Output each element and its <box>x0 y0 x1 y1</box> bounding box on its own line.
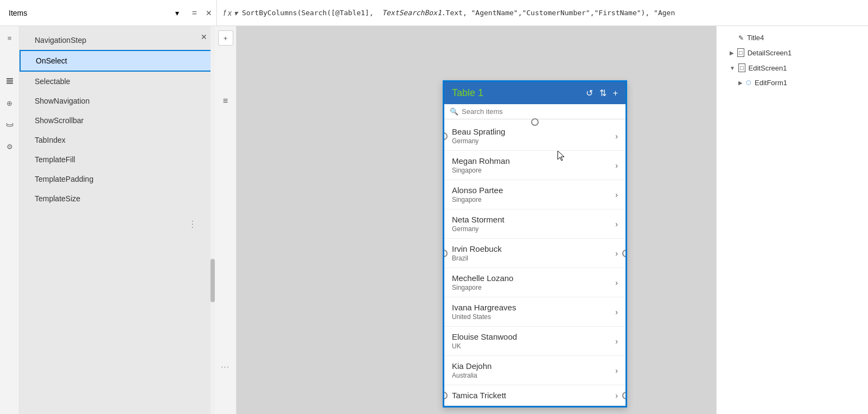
property-item-on-select[interactable]: OnSelect <box>20 50 215 72</box>
resize-circle-left-0 <box>444 132 448 140</box>
list-item-content-8: Kia Dejohn Australia <box>452 361 492 379</box>
list-item-country-8: Australia <box>452 372 492 379</box>
left-icon-strip: ≡ ⊕ ⚙ <box>0 26 20 414</box>
list-item-country-7: UK <box>452 342 517 350</box>
list-item-1[interactable]: Megan Rohman Singapore › <box>444 151 626 180</box>
list-item-country-5: Singapore <box>452 284 513 291</box>
list-item-content-3: Neta Storment Germany <box>452 215 505 233</box>
edit-icon: ✎ <box>738 34 744 42</box>
tree-item-edit-screen[interactable]: ▼ □ EditScreen1 <box>717 60 868 75</box>
property-item-tab-index[interactable]: TabIndex <box>20 130 215 150</box>
screen-rect-icon2: □ <box>738 63 745 72</box>
list-item-name-7: Elouise Stanwood <box>452 332 517 341</box>
layers-icon[interactable] <box>2 74 17 89</box>
tree-item-label-title4: Title4 <box>747 34 764 42</box>
list-item-name-2: Alonso Partee <box>452 186 503 195</box>
list-item-name-9: Tamica Trickett <box>452 391 506 400</box>
list-item-9[interactable]: Tamica Trickett › <box>444 385 626 406</box>
property-item-template-size[interactable]: TemplateSize <box>20 189 215 208</box>
list-item-country-0: Germany <box>452 137 505 145</box>
list-item-7[interactable]: Elouise Stanwood UK › <box>444 327 626 356</box>
tree-item-label-form: EditForm1 <box>755 79 787 87</box>
list-item-content-7: Elouise Stanwood UK <box>452 332 517 350</box>
canvas-area[interactable]: Table 1 ↺ ⇅ + 🔍 Bea <box>237 26 716 414</box>
list-item-arrow-4: › <box>615 249 618 258</box>
form-icon: ⬡ <box>746 79 751 86</box>
list-item-country-4: Brazil <box>452 254 502 262</box>
menu-icon[interactable]: ≡ <box>2 30 17 46</box>
close-formula-icon[interactable]: ✕ <box>206 9 212 17</box>
add-item-icon[interactable]: + <box>613 88 618 98</box>
list-item-4[interactable]: Irvin Roebuck Brazil › <box>444 239 626 268</box>
list-item-8[interactable]: Kia Dejohn Australia › <box>444 356 626 385</box>
list-item-arrow-2: › <box>615 190 618 199</box>
tree-item-edit-form[interactable]: ▶ ⬡ EditForm1 <box>717 75 868 90</box>
formula-input[interactable]: SortByColumns(Search([@Table1], TextSear… <box>242 9 861 17</box>
scrollbar-thumb[interactable] <box>210 259 215 302</box>
x-label: x <box>228 9 232 17</box>
property-item-show-scrollbar[interactable]: ShowScrollbar <box>20 111 215 130</box>
data-icon[interactable] <box>2 117 17 132</box>
fx-label: f <box>224 9 226 17</box>
equals-icon: = <box>188 8 201 18</box>
properties-panel: ✕ ... NavigationStep OnSelect Selectable… <box>20 26 215 414</box>
list-item-arrow-7: › <box>615 337 618 346</box>
svg-rect-0 <box>7 78 13 80</box>
list-item-country-6: United States <box>452 313 516 321</box>
list-item-content-4: Irvin Roebuck Brazil <box>452 244 502 262</box>
add-icon[interactable]: ⊕ <box>2 95 17 111</box>
tree-item-title4[interactable]: ✎ Title4 <box>717 30 868 45</box>
table-header-icons: ↺ ⇅ + <box>586 88 618 98</box>
list-item-name-4: Irvin Roebuck <box>452 244 502 253</box>
list-item-country-3: Germany <box>452 225 505 233</box>
list-item-6[interactable]: Ivana Hargreaves United States › <box>444 297 626 327</box>
tree-item-label-edit: EditScreen1 <box>749 64 787 72</box>
more-dots-center[interactable]: ··· <box>221 363 229 371</box>
list-item-arrow-8: › <box>615 366 618 375</box>
sort-icon[interactable]: ⇅ <box>599 88 607 98</box>
property-item-show-navigation[interactable]: ShowNavigation <box>20 91 215 111</box>
list-item-arrow-6: › <box>615 308 618 316</box>
screen-rect-icon: □ <box>737 48 744 57</box>
list-item-name-8: Kia Dejohn <box>452 361 492 371</box>
table-header: Table 1 ↺ ⇅ + <box>444 82 626 104</box>
refresh-icon[interactable]: ↺ <box>586 88 593 98</box>
list-item-arrow-5: › <box>615 278 618 287</box>
settings-icon[interactable]: ⚙ <box>2 139 17 154</box>
search-icon: 🔍 <box>450 107 458 116</box>
resize-circle-right-4 <box>622 250 626 257</box>
property-item-nav-step[interactable]: NavigationStep <box>20 30 215 50</box>
resize-circle-top[interactable] <box>531 118 539 126</box>
list-item-0[interactable]: Beau Spratling Germany › <box>444 122 626 151</box>
add-control-button[interactable]: + <box>218 30 233 46</box>
tree-item-detail-screen[interactable]: ▶ □ DetailScreen1 <box>717 45 868 60</box>
property-item-template-fill[interactable]: TemplateFill <box>20 150 215 169</box>
table1-widget: Table 1 ↺ ⇅ + 🔍 Bea <box>443 80 627 407</box>
main-area: ≡ ⊕ ⚙ ✕ ... NavigationStep <box>0 26 868 414</box>
property-item-selectable[interactable]: Selectable <box>20 72 215 91</box>
more-options-dots[interactable]: ... <box>190 220 199 230</box>
table-title: Table 1 <box>452 87 483 99</box>
top-bar: Items ▾ = ✕ f x ▾ SortByColumns(Search([… <box>0 0 868 26</box>
svg-rect-1 <box>7 80 13 82</box>
property-scrollbar[interactable] <box>210 26 215 414</box>
list-item-arrow-0: › <box>615 132 618 141</box>
fx-dropdown-icon[interactable]: ▾ <box>234 9 238 17</box>
list-item-2[interactable]: Alonso Partee Singapore › <box>444 180 626 209</box>
list-item-content-2: Alonso Partee Singapore <box>452 186 503 203</box>
list-item-content-1: Megan Rohman Singapore <box>452 156 510 174</box>
list-item-name-1: Megan Rohman <box>452 156 510 165</box>
search-input[interactable] <box>462 107 620 116</box>
list-item-5[interactable]: Mechelle Lozano Singapore › <box>444 268 626 297</box>
property-item-template-padding[interactable]: TemplatePadding <box>20 169 215 189</box>
list-item-content-0: Beau Spratling Germany <box>452 127 505 145</box>
property-list: NavigationStep OnSelect Selectable ShowN… <box>20 26 215 403</box>
list-item-name-6: Ivana Hargreaves <box>452 303 516 312</box>
list-item-3[interactable]: Neta Storment Germany › <box>444 209 626 239</box>
center-toolbar: + ≡ ··· <box>215 26 237 414</box>
search-bar: 🔍 <box>444 104 626 119</box>
list-item-arrow-9: › <box>615 391 618 400</box>
expand-button[interactable]: ≡ <box>218 93 233 109</box>
list-item-country-2: Singapore <box>452 196 503 203</box>
property-dropdown[interactable]: Items ▾ <box>4 7 183 20</box>
